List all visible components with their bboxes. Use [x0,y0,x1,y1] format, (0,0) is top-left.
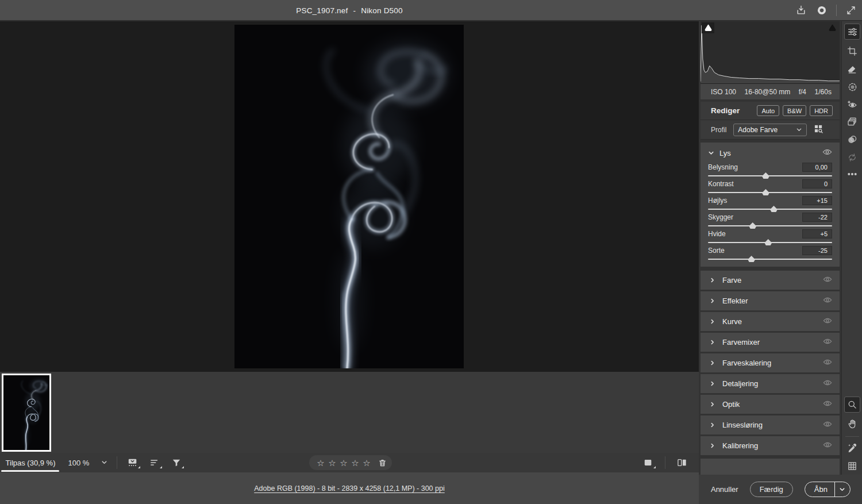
slider-track[interactable] [708,242,832,243]
highlight-clipping-indicator[interactable] [826,22,838,33]
slider-thumb[interactable] [764,239,772,245]
slider-thumb[interactable] [762,189,769,195]
slider-thumb[interactable] [749,222,756,229]
image-canvas[interactable] [0,21,699,372]
panel-section-header[interactable]: Farveskalering [701,353,840,372]
section-visibility-eye-icon[interactable] [823,317,832,326]
profile-dropdown[interactable]: Adobe Farve [733,124,807,136]
profile-browser-icon[interactable] [814,124,823,135]
star-icon[interactable]: ☆ [349,459,361,467]
section-visibility-eye-icon[interactable] [823,400,832,409]
chevron-right-icon [710,298,715,304]
zoom-tool-button[interactable] [844,397,860,413]
section-visibility-eye-icon[interactable] [823,359,832,367]
slider-value-field[interactable]: -25 [802,246,832,255]
section-visibility-eye-icon[interactable] [823,441,832,450]
panel-section-header[interactable]: Optik [701,395,840,414]
slider-value-field[interactable]: 0 [802,179,832,188]
filmstrip-thumbnail-selected[interactable] [2,374,51,452]
shadow-clipping-indicator[interactable] [702,22,714,33]
open-options-chevron-icon[interactable] [834,482,850,497]
slider-value-field[interactable]: -22 [802,213,832,222]
fullscreen-expand-icon[interactable] [845,4,857,17]
section-visibility-eye-icon[interactable] [823,297,832,305]
sync-tool-icon[interactable] [844,149,860,166]
exif-item: ISO 100 [711,88,736,96]
slider-track[interactable] [708,192,832,193]
camera-model: Nikon D500 [361,6,403,15]
single-view-icon[interactable] [641,456,656,470]
slider-row: Kontrast 0 [708,179,832,195]
section-label: Farveskalering [722,359,823,367]
panel-section-header[interactable]: Linsesløring [701,415,840,434]
save-download-icon[interactable] [795,4,807,17]
slider-thumb[interactable] [748,256,755,262]
cancel-button[interactable]: Annuller [711,485,738,494]
before-after-icon[interactable] [675,456,690,470]
slider-track[interactable] [708,225,832,226]
red-eye-tool-icon[interactable] [844,97,860,113]
star-icon[interactable]: ☆ [315,459,326,467]
chevron-right-icon [710,401,715,407]
hand-tool-icon[interactable] [844,416,860,432]
section-label: Kalibrering [722,441,823,450]
section-visibility-eye-icon[interactable] [823,276,832,284]
open-button-label[interactable]: Åbn [805,482,834,497]
crop-tool-icon[interactable] [844,43,860,59]
masking-tool-icon[interactable] [844,79,860,95]
trash-icon[interactable] [378,456,387,470]
more-options-icon[interactable] [844,166,860,182]
color-sampler-grid-icon[interactable] [844,458,860,474]
chevron-right-icon [710,318,715,325]
snapshots-tool-icon[interactable] [844,132,860,148]
slider-value-field[interactable]: 0,00 [802,163,832,172]
title-bar: PSC_1907.nef - Nikon D500 [0,0,862,21]
slider-track[interactable] [708,259,832,260]
light-section-header[interactable]: Lys [708,147,832,159]
histogram[interactable] [701,21,840,84]
photo-smoke[interactable] [234,25,464,368]
slider-thumb[interactable] [762,172,769,179]
panel-section-header[interactable]: Farvemixer [701,333,840,352]
slider-track[interactable] [708,175,832,176]
panel-section-header[interactable]: Kurve [701,312,840,331]
settings-gear-icon[interactable] [815,4,828,17]
done-button[interactable]: Færdig [750,482,793,497]
bw-button[interactable]: B&W [783,105,806,116]
white-balance-eyedropper-icon[interactable] [844,440,860,456]
slider-track[interactable] [708,209,832,210]
star-icon[interactable]: ☆ [361,459,372,467]
open-button[interactable]: Åbn [805,482,851,497]
panel-section-header[interactable]: Farve [701,271,840,290]
filter-icon[interactable] [169,456,184,470]
panel-section-header[interactable]: Detaljering [701,374,840,393]
section-label: Linsesløring [722,421,823,429]
light-visibility-eye-icon[interactable] [822,148,832,157]
zoom-level-chevron-icon[interactable] [101,459,107,467]
slider-value-field[interactable]: +5 [802,229,832,238]
section-visibility-eye-icon[interactable] [823,379,832,388]
sort-order-icon[interactable] [147,456,162,470]
zoom-100-button[interactable]: 100 % [61,459,97,467]
heal-remove-tool-icon[interactable] [844,61,860,77]
hdr-button[interactable]: HDR [810,105,833,116]
panel-section-header[interactable]: Effekter [701,291,840,310]
auto-button[interactable]: Auto [757,105,779,116]
edit-tool-button[interactable] [844,24,860,40]
panel-section-header[interactable]: Kalibrering [701,436,840,455]
edit-panel-title: Rediger [711,106,753,115]
filmstrip-view-icon[interactable] [125,456,140,470]
star-icon[interactable]: ☆ [338,459,349,467]
section-visibility-eye-icon[interactable] [823,338,832,347]
slider-thumb[interactable] [770,206,778,212]
zoom-fit-tab[interactable]: Tilpas (30,9 %) [0,453,61,472]
presets-tool-icon[interactable] [844,114,860,130]
section-label: Kurve [722,317,823,326]
section-visibility-eye-icon[interactable] [823,421,832,429]
chevron-right-icon [710,422,715,428]
image-info-link[interactable]: Adobe RGB (1998) - 8 bit - 2839 x 4258 (… [254,484,444,493]
star-icon[interactable]: ☆ [326,459,338,467]
profile-row: Profil Adobe Farve [701,120,840,140]
slider-value-field[interactable]: +15 [802,196,832,205]
dropdown-tick [160,466,162,468]
